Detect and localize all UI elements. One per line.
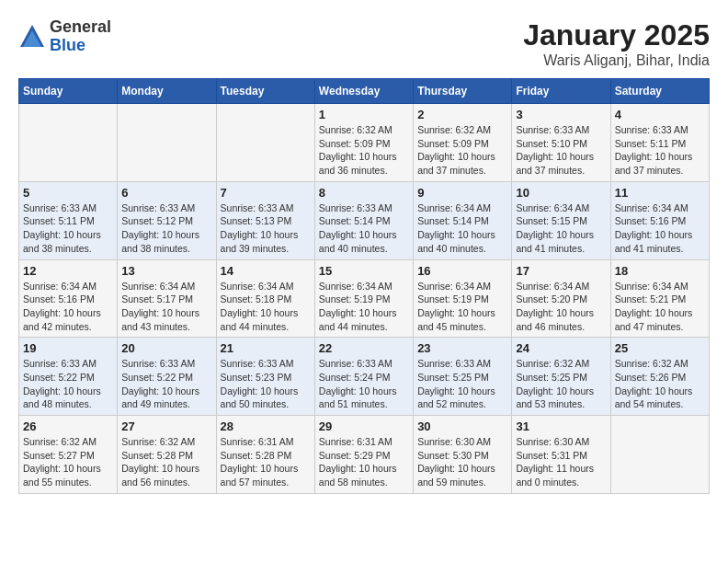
calendar-cell: 17Sunrise: 6:34 AM Sunset: 5:20 PM Dayli… <box>512 259 610 338</box>
day-info: Sunrise: 6:34 AM Sunset: 5:21 PM Dayligh… <box>615 280 705 334</box>
day-of-week-thursday: Thursday <box>414 79 512 104</box>
calendar-cell: 15Sunrise: 6:34 AM Sunset: 5:19 PM Dayli… <box>314 259 413 338</box>
day-number: 7 <box>221 186 311 200</box>
day-number: 27 <box>121 419 211 433</box>
day-info: Sunrise: 6:32 AM Sunset: 5:28 PM Dayligh… <box>121 435 211 489</box>
day-info: Sunrise: 6:33 AM Sunset: 5:12 PM Dayligh… <box>121 201 211 256</box>
day-info: Sunrise: 6:34 AM Sunset: 5:18 PM Dayligh… <box>221 280 311 334</box>
calendar-cell: 11Sunrise: 6:34 AM Sunset: 5:16 PM Dayli… <box>610 181 709 259</box>
calendar-cell: 24Sunrise: 6:32 AM Sunset: 5:25 PM Dayli… <box>512 338 610 416</box>
day-info: Sunrise: 6:32 AM Sunset: 5:26 PM Dayligh… <box>615 357 705 411</box>
logo-blue: Blue <box>50 37 111 55</box>
day-info: Sunrise: 6:32 AM Sunset: 5:25 PM Dayligh… <box>516 357 606 411</box>
day-number: 4 <box>615 108 705 121</box>
calendar-cell: 22Sunrise: 6:33 AM Sunset: 5:24 PM Dayli… <box>314 338 413 416</box>
day-info: Sunrise: 6:33 AM Sunset: 5:11 PM Dayligh… <box>23 201 113 256</box>
calendar-week-2: 5Sunrise: 6:33 AM Sunset: 5:11 PM Daylig… <box>19 181 710 259</box>
day-number: 9 <box>417 186 507 200</box>
day-number: 25 <box>615 341 705 355</box>
calendar-week-1: 1Sunrise: 6:32 AM Sunset: 5:09 PM Daylig… <box>19 104 710 182</box>
day-info: Sunrise: 6:31 AM Sunset: 5:29 PM Dayligh… <box>319 435 409 489</box>
day-info: Sunrise: 6:33 AM Sunset: 5:10 PM Dayligh… <box>516 123 606 178</box>
day-number: 20 <box>121 341 211 355</box>
day-number: 29 <box>319 419 409 433</box>
day-number: 24 <box>516 341 606 355</box>
day-number: 30 <box>417 419 507 433</box>
day-info: Sunrise: 6:33 AM Sunset: 5:22 PM Dayligh… <box>121 357 211 411</box>
calendar-week-5: 26Sunrise: 6:32 AM Sunset: 5:27 PM Dayli… <box>19 416 710 494</box>
day-number: 14 <box>221 264 311 278</box>
logo-general: General <box>50 18 111 37</box>
calendar-body: 1Sunrise: 6:32 AM Sunset: 5:09 PM Daylig… <box>19 104 710 494</box>
day-info: Sunrise: 6:33 AM Sunset: 5:13 PM Dayligh… <box>221 201 311 256</box>
day-number: 15 <box>319 264 409 278</box>
day-number: 12 <box>23 264 113 278</box>
calendar-cell: 29Sunrise: 6:31 AM Sunset: 5:29 PM Dayli… <box>314 416 413 494</box>
day-info: Sunrise: 6:34 AM Sunset: 5:19 PM Dayligh… <box>417 280 507 334</box>
calendar-cell: 28Sunrise: 6:31 AM Sunset: 5:28 PM Dayli… <box>216 416 314 494</box>
day-info: Sunrise: 6:33 AM Sunset: 5:25 PM Dayligh… <box>417 357 507 411</box>
calendar-cell: 13Sunrise: 6:34 AM Sunset: 5:17 PM Dayli… <box>118 259 216 338</box>
day-of-week-saturday: Saturday <box>610 79 709 104</box>
day-number: 28 <box>221 419 311 433</box>
day-info: Sunrise: 6:34 AM Sunset: 5:16 PM Dayligh… <box>23 280 113 334</box>
calendar-cell: 8Sunrise: 6:33 AM Sunset: 5:14 PM Daylig… <box>314 181 413 259</box>
calendar-cell: 27Sunrise: 6:32 AM Sunset: 5:28 PM Dayli… <box>118 416 216 494</box>
day-number: 10 <box>516 186 606 200</box>
calendar-cell: 30Sunrise: 6:30 AM Sunset: 5:30 PM Dayli… <box>414 416 512 494</box>
day-number: 26 <box>23 419 113 433</box>
day-info: Sunrise: 6:34 AM Sunset: 5:17 PM Dayligh… <box>121 280 211 334</box>
day-info: Sunrise: 6:34 AM Sunset: 5:19 PM Dayligh… <box>319 280 409 334</box>
days-of-week-row: SundayMondayTuesdayWednesdayThursdayFrid… <box>19 79 710 104</box>
day-number: 5 <box>23 186 113 200</box>
logo-text: General Blue <box>50 18 111 55</box>
calendar-cell: 2Sunrise: 6:32 AM Sunset: 5:09 PM Daylig… <box>414 104 512 182</box>
day-info: Sunrise: 6:32 AM Sunset: 5:09 PM Dayligh… <box>417 123 507 178</box>
day-of-week-tuesday: Tuesday <box>216 79 314 104</box>
day-number: 2 <box>417 108 507 121</box>
day-of-week-sunday: Sunday <box>19 79 118 104</box>
calendar-cell: 12Sunrise: 6:34 AM Sunset: 5:16 PM Dayli… <box>19 259 118 338</box>
day-info: Sunrise: 6:31 AM Sunset: 5:28 PM Dayligh… <box>221 435 311 489</box>
day-of-week-friday: Friday <box>512 79 610 104</box>
day-info: Sunrise: 6:34 AM Sunset: 5:14 PM Dayligh… <box>417 201 507 256</box>
day-info: Sunrise: 6:33 AM Sunset: 5:24 PM Dayligh… <box>319 357 409 411</box>
calendar-cell <box>610 416 709 494</box>
calendar-cell <box>118 104 216 182</box>
day-number: 3 <box>516 108 606 121</box>
calendar-cell: 23Sunrise: 6:33 AM Sunset: 5:25 PM Dayli… <box>414 338 512 416</box>
day-info: Sunrise: 6:34 AM Sunset: 5:16 PM Dayligh… <box>615 201 705 256</box>
day-info: Sunrise: 6:33 AM Sunset: 5:22 PM Dayligh… <box>23 357 113 411</box>
location: Waris Aliganj, Bihar, India <box>523 52 710 69</box>
day-info: Sunrise: 6:33 AM Sunset: 5:23 PM Dayligh… <box>221 357 311 411</box>
calendar-cell: 20Sunrise: 6:33 AM Sunset: 5:22 PM Dayli… <box>118 338 216 416</box>
calendar-cell: 6Sunrise: 6:33 AM Sunset: 5:12 PM Daylig… <box>118 181 216 259</box>
calendar-cell: 25Sunrise: 6:32 AM Sunset: 5:26 PM Dayli… <box>610 338 709 416</box>
day-info: Sunrise: 6:34 AM Sunset: 5:15 PM Dayligh… <box>516 201 606 256</box>
calendar-cell: 10Sunrise: 6:34 AM Sunset: 5:15 PM Dayli… <box>512 181 610 259</box>
calendar-cell: 3Sunrise: 6:33 AM Sunset: 5:10 PM Daylig… <box>512 104 610 182</box>
calendar-week-3: 12Sunrise: 6:34 AM Sunset: 5:16 PM Dayli… <box>19 259 710 338</box>
day-info: Sunrise: 6:33 AM Sunset: 5:14 PM Dayligh… <box>319 201 409 256</box>
day-number: 19 <box>23 341 113 355</box>
calendar-cell <box>19 104 118 182</box>
day-number: 21 <box>221 341 311 355</box>
calendar-table: SundayMondayTuesdayWednesdayThursdayFrid… <box>18 78 710 494</box>
calendar-week-4: 19Sunrise: 6:33 AM Sunset: 5:22 PM Dayli… <box>19 338 710 416</box>
day-number: 16 <box>417 264 507 278</box>
calendar-cell: 7Sunrise: 6:33 AM Sunset: 5:13 PM Daylig… <box>216 181 314 259</box>
day-number: 17 <box>516 264 606 278</box>
day-number: 23 <box>417 341 507 355</box>
day-number: 11 <box>615 186 705 200</box>
day-info: Sunrise: 6:32 AM Sunset: 5:27 PM Dayligh… <box>23 435 113 489</box>
calendar-cell: 18Sunrise: 6:34 AM Sunset: 5:21 PM Dayli… <box>610 259 709 338</box>
calendar-cell: 1Sunrise: 6:32 AM Sunset: 5:09 PM Daylig… <box>314 104 413 182</box>
day-info: Sunrise: 6:30 AM Sunset: 5:30 PM Dayligh… <box>417 435 507 489</box>
month-title: January 2025 <box>523 18 710 52</box>
day-number: 1 <box>319 108 409 121</box>
calendar-cell: 21Sunrise: 6:33 AM Sunset: 5:23 PM Dayli… <box>216 338 314 416</box>
day-info: Sunrise: 6:32 AM Sunset: 5:09 PM Dayligh… <box>319 123 409 178</box>
calendar-cell: 19Sunrise: 6:33 AM Sunset: 5:22 PM Dayli… <box>19 338 118 416</box>
calendar-cell: 5Sunrise: 6:33 AM Sunset: 5:11 PM Daylig… <box>19 181 118 259</box>
day-number: 22 <box>319 341 409 355</box>
